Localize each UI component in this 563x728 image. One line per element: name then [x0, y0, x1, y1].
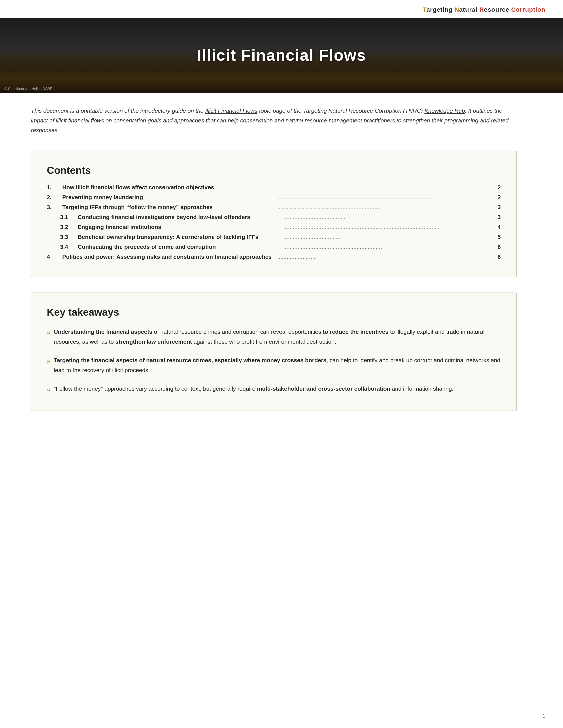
brand-letter-T: T — [423, 6, 426, 13]
toc-label-3-4: Confiscating the proceeds of crime and c… — [78, 244, 284, 250]
hero-copyright: © Christiaan van Heijst / WWF — [4, 87, 52, 91]
toc-num-3-3: 3.3 — [60, 234, 78, 240]
brand-argeting: argeting — [426, 6, 452, 13]
main-content: This document is a printable version of … — [0, 93, 563, 429]
toc-item-2: 2. Preventing money laundering .........… — [47, 194, 501, 201]
intro-link-knowledge-hub[interactable]: Knowledge Hub — [424, 107, 465, 114]
toc-dots-3: ........................................… — [276, 204, 492, 211]
intro-text-after-link1: topic page of the Targeting Natural Reso… — [257, 107, 424, 114]
brand-letter-C: C — [511, 6, 516, 13]
toc-dots-3-4: ........................................… — [284, 244, 492, 250]
contents-box: Contents 1. How illicit financial flows … — [31, 151, 517, 277]
toc-label-1: How illicit financial flows affect conse… — [62, 184, 276, 191]
contents-title: Contents — [47, 164, 501, 176]
toc-item-3-3: 3.3 Beneficial ownership transparency: A… — [47, 234, 501, 240]
brand-atural: atural — [459, 6, 477, 13]
toc-page-3-2: 4 — [492, 224, 501, 231]
brand-esource: esource — [484, 6, 509, 13]
toc-page-3-1: 3 — [492, 214, 501, 221]
toc-page-3: 3 — [492, 204, 501, 211]
toc-page-3-4: 6 — [492, 244, 501, 250]
toc-dots-1: ........................................… — [276, 184, 492, 191]
takeaway-bold-3: multi-stakeholder and cross-sector colla… — [257, 385, 390, 392]
takeaway-bold-1b: to reduce the incentives — [323, 328, 389, 335]
takeaway-item-2: » Targeting the financial aspects of nat… — [47, 355, 501, 375]
takeaways-title: Key takeaways — [47, 306, 501, 318]
toc-label-4: Politics and power: Assessing risks and … — [62, 253, 276, 260]
takeaway-bold-1a: Understanding the financial aspects — [54, 328, 152, 335]
takeaways-box: Key takeaways » Understanding the financ… — [31, 293, 517, 411]
toc-dots-3-1: ...................................... — [284, 214, 492, 221]
takeaway-item-1: » Understanding the financial aspects of… — [47, 327, 501, 347]
toc-num-4: 4 — [47, 253, 62, 260]
header: Targeting Natural Resource Corruption — [0, 0, 563, 18]
toc-label-3-1: Conducting financial investigations beyo… — [78, 214, 284, 221]
toc-page-1: 2 — [492, 184, 501, 191]
takeaway-text-1: Understanding the financial aspects of n… — [54, 327, 501, 347]
brand-title: Targeting Natural Resource Corruption — [423, 6, 545, 13]
toc-label-3-2: Engaging financial institutions — [78, 224, 284, 231]
toc-label-3-3: Beneficial ownership transparency: A cor… — [78, 234, 284, 240]
bullet-2: » — [47, 356, 50, 367]
toc-item-1: 1. How illicit financial flows affect co… — [47, 184, 501, 191]
toc-label-2: Preventing money laundering — [62, 194, 276, 201]
bullet-1: » — [47, 327, 50, 338]
toc-page-4: 6 — [492, 253, 501, 260]
toc-item-3-2: 3.2 Engaging financial institutions ....… — [47, 224, 501, 231]
page-number: 1 — [542, 713, 545, 719]
toc-label-3: Targeting IFFs through “follow the money… — [62, 204, 276, 211]
toc-num-3-2: 3.2 — [60, 224, 78, 231]
toc-item-4: 4 Politics and power: Assessing risks an… — [47, 253, 501, 260]
toc-num-3-1: 3.1 — [60, 214, 78, 221]
brand-letter-R: R — [479, 6, 484, 13]
takeaway-item-3: » "Follow the money" approaches vary acc… — [47, 384, 501, 395]
brand-letter-N: N — [455, 6, 459, 13]
hero-title: Illicit Financial Flows — [197, 46, 366, 64]
hero-banner: Illicit Financial Flows © Christiaan van… — [0, 18, 563, 93]
toc-page-2: 2 — [492, 194, 501, 201]
brand-orruption: orruption — [516, 6, 545, 13]
toc-num-3-4: 3.4 — [60, 244, 78, 250]
intro-link-iff[interactable]: Illicit Financial Flows — [205, 107, 257, 114]
toc-item-3-1: 3.1 Conducting financial investigations … — [47, 214, 501, 221]
bullet-3: » — [47, 384, 50, 395]
takeaway-text-2: Targeting the financial aspects of natur… — [54, 355, 501, 375]
toc-num-1: 1. — [47, 184, 62, 191]
takeaway-bold-2: Targeting the financial aspects of natur… — [54, 357, 327, 364]
intro-paragraph: This document is a printable version of … — [31, 106, 517, 135]
intro-text-before-link1: This document is a printable version of … — [31, 107, 205, 114]
toc-dots-3-3: ................................... — [284, 234, 492, 240]
takeaway-text-3: "Follow the money" approaches vary accor… — [54, 384, 501, 394]
page: Targeting Natural Resource Corruption Il… — [0, 0, 563, 728]
toc-num-3: 3. — [47, 204, 62, 211]
toc-dots-2: ........................................… — [276, 194, 492, 201]
toc-item-3: 3. Targeting IFFs through “follow the mo… — [47, 204, 501, 211]
toc-page-3-3: 5 — [492, 234, 501, 240]
toc-num-2: 2. — [47, 194, 62, 201]
toc-item-3-4: 3.4 Confiscating the proceeds of crime a… — [47, 244, 501, 250]
toc-dots-4: ......................... — [276, 253, 492, 260]
toc-dots-3-2: ........................................… — [284, 224, 492, 231]
takeaway-bold-1c: strengthen law enforcement — [115, 338, 192, 345]
